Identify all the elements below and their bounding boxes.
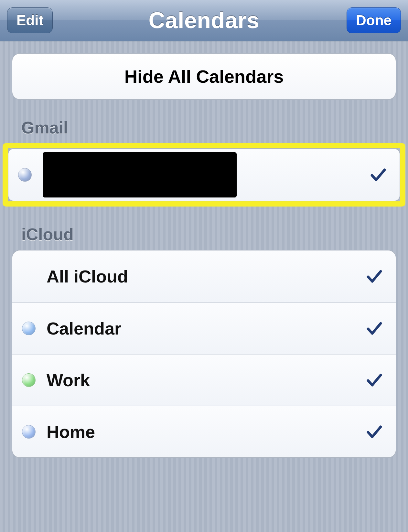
calendar-row-work[interactable]: Work	[12, 354, 396, 406]
checkmark-icon	[366, 423, 383, 440]
calendar-row-gmail-0[interactable]	[8, 149, 400, 201]
edit-button[interactable]: Edit	[7, 7, 53, 33]
calendar-row-label: All iCloud	[47, 266, 366, 286]
calendar-row-all-icloud[interactable]: All iCloud	[12, 250, 396, 302]
done-button[interactable]: Done	[347, 7, 401, 33]
checkmark-icon	[366, 320, 383, 337]
calendar-row-home[interactable]: Home	[12, 406, 396, 457]
gmail-group	[8, 148, 400, 201]
navbar: Edit Calendars Done	[0, 0, 408, 41]
calendar-row-calendar[interactable]: Calendar	[12, 302, 396, 354]
calendar-row-label: Home	[47, 422, 366, 442]
color-dot-icon	[22, 373, 36, 387]
checkmark-icon	[366, 372, 383, 388]
checkmark-icon	[366, 268, 383, 285]
redacted-label	[43, 152, 237, 197]
calendar-row-label: Calendar	[47, 318, 366, 338]
content: Hide All Calendars Gmail iCloud All iClo…	[0, 41, 408, 458]
hide-all-group: Hide All Calendars	[12, 53, 396, 100]
color-dot-icon	[22, 322, 36, 335]
calendar-row-label: Work	[47, 370, 366, 390]
gmail-highlight	[3, 143, 405, 207]
section-header-gmail: Gmail	[21, 118, 396, 137]
icloud-group: All iCloud Calendar Work Home	[12, 250, 396, 458]
color-dot-icon	[22, 425, 36, 439]
calendar-row-label	[43, 152, 370, 197]
dot-spacer	[22, 270, 36, 283]
hide-all-calendars-button[interactable]: Hide All Calendars	[12, 54, 396, 99]
color-dot-icon	[18, 168, 32, 182]
section-header-icloud: iCloud	[21, 225, 396, 244]
checkmark-icon	[370, 166, 387, 183]
